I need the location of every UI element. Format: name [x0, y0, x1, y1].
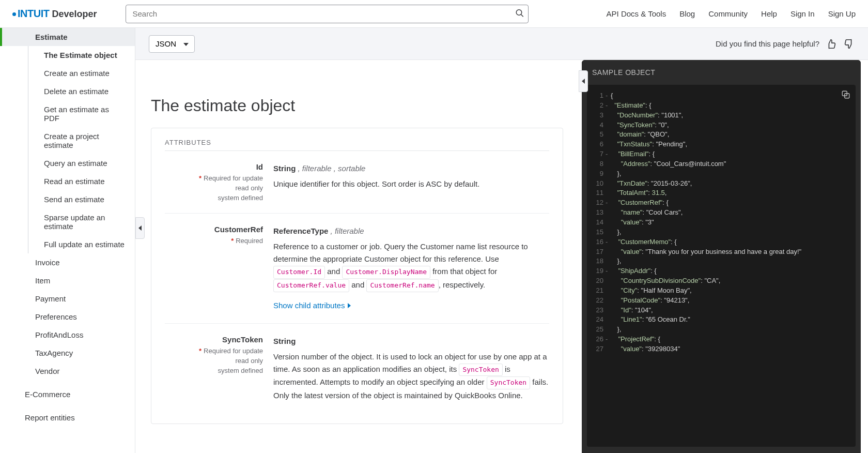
code-line: 20 "CountrySubDivisionCode": "CA", — [594, 276, 848, 286]
required-star-icon: * — [199, 347, 202, 355]
thumbs-down-icon[interactable] — [843, 38, 855, 50]
attr-required: Required — [236, 237, 263, 245]
show-child-attributes[interactable]: Show child attributes — [273, 299, 351, 312]
code-body[interactable]: 1- {2- "Estimate": {3 "DocNumber": "1001… — [587, 85, 856, 447]
svg-line-1 — [521, 14, 524, 17]
sidebar-group-ecommerce[interactable]: E-Commerce — [0, 385, 135, 403]
code-line: 3 "DocNumber": "1001", — [594, 111, 848, 120]
code-line: 9 }, — [594, 169, 848, 179]
chevron-left-icon — [138, 225, 142, 231]
sidebar-item-read-estimate[interactable]: Read an estimate — [28, 172, 135, 190]
sidebar-item-query-estimate[interactable]: Query an estimate — [28, 154, 135, 172]
sidebar-item-vendor[interactable]: Vendor — [0, 362, 135, 380]
sidebar-item-invoice[interactable]: Invoice — [0, 253, 135, 271]
attr-meta: system defined — [165, 367, 263, 374]
attr-type: String — [273, 337, 296, 345]
chevron-right-icon — [348, 303, 351, 308]
attr-row-synctoken: SyncToken *Required for update read only… — [165, 324, 549, 414]
logo-product: Developer — [52, 9, 97, 20]
attr-meta: read only — [165, 357, 263, 365]
nav-help[interactable]: Help — [761, 9, 777, 18]
sidebar: Estimate The Estimate object Create an e… — [0, 28, 135, 453]
sidebar-item-the-estimate-object[interactable]: The Estimate object — [28, 46, 135, 64]
sidebar-item-item[interactable]: Item — [0, 271, 135, 290]
attr-name: CustomerRef — [165, 225, 263, 234]
chevron-left-icon — [582, 79, 585, 84]
sidebar-item-delete-estimate[interactable]: Delete an estimate — [28, 82, 135, 100]
logo[interactable]: INTUIT Developer — [12, 8, 97, 20]
code-line: 21 "City": "Half Moon Bay", — [594, 286, 848, 296]
attr-type-mods: , filterable — [331, 226, 364, 235]
nav-blog[interactable]: Blog — [679, 9, 695, 18]
attr-required: Required for update — [204, 174, 263, 182]
code-line: 19- "ShipAddr": { — [594, 266, 848, 276]
page-title: The estimate object — [151, 96, 563, 115]
logo-brand: INTUIT — [18, 8, 49, 19]
sidebar-item-get-estimate-pdf[interactable]: Get an estimate as PDF — [28, 100, 135, 127]
code-line: 11 "TotalAmt": 31.5, — [594, 188, 848, 198]
sidebar-item-profitandloss[interactable]: ProfitAndLoss — [0, 326, 135, 344]
code-panel: SAMPLE OBJECT 1- {2- "Estimate": {3 "Doc… — [579, 60, 868, 453]
code-line: 13 "name": "Cool Cars", — [594, 208, 848, 218]
main: JSON Did you find this page helpful? The… — [135, 28, 868, 453]
collapse-sidebar-button[interactable] — [135, 217, 145, 239]
attr-name: Id — [165, 162, 263, 171]
sidebar-item-estimate[interactable]: Estimate — [0, 28, 135, 46]
code-line: 15 }, — [594, 228, 848, 237]
attr-type: String — [273, 164, 296, 173]
attr-type: ReferenceType — [273, 226, 328, 235]
nav-signin[interactable]: Sign In — [791, 9, 815, 18]
attr-type-mods: , filterable , sortable — [298, 164, 366, 173]
code-line: 18 }, — [594, 256, 848, 266]
sidebar-item-full-update-estimate[interactable]: Full update an estimate — [28, 235, 135, 253]
code-line: 24 "Line1": "65 Ocean Dr." — [594, 315, 848, 325]
sidebar-group-report-entities[interactable]: Report entities — [0, 409, 135, 427]
helpful-text: Did you find this page helpful? — [716, 39, 819, 48]
attributes-header: ATTRIBUTES — [165, 139, 549, 151]
sidebar-item-create-estimate[interactable]: Create an estimate — [28, 64, 135, 82]
sample-object-title: SAMPLE OBJECT — [582, 60, 861, 85]
nav-community[interactable]: Community — [708, 9, 748, 18]
attr-meta: read only — [165, 184, 263, 192]
search-input[interactable] — [126, 5, 529, 23]
attr-row-id: Id *Required for update read only system… — [165, 151, 549, 214]
code-pill: CustomerRef.value — [273, 279, 349, 292]
code-line: 5 "domain": "QBO", — [594, 130, 848, 140]
nav-signup[interactable]: Sign Up — [828, 9, 856, 18]
code-line: 2- "Estimate": { — [594, 101, 848, 111]
sidebar-item-payment[interactable]: Payment — [0, 290, 135, 308]
topnav: API Docs & Tools Blog Community Help Sig… — [607, 9, 856, 18]
code-line: 23 "Id": "104", — [594, 306, 848, 315]
svg-point-0 — [517, 9, 522, 15]
attr-row-customerref: CustomerRef *Required ReferenceType , fi… — [165, 214, 549, 324]
code-pill: CustomerRef.name — [366, 279, 438, 292]
code-line: 7- "BillEmail": { — [594, 149, 848, 159]
attr-description: Version number of the object. It is used… — [273, 351, 549, 402]
code-line: 14 "value": "3" — [594, 218, 848, 228]
sidebar-item-create-project-estimate[interactable]: Create a project estimate — [28, 127, 135, 154]
attr-description: Reference to a customer or job. Query th… — [273, 240, 549, 292]
code-pill: SyncToken — [459, 364, 502, 376]
attr-name: SyncToken — [165, 335, 263, 344]
code-pill: Customer.Id — [273, 266, 325, 279]
code-pill: SyncToken — [487, 376, 530, 389]
sidebar-item-taxagency[interactable]: TaxAgency — [0, 344, 135, 362]
format-select[interactable]: JSON — [149, 35, 195, 53]
thumbs-up-icon[interactable] — [826, 38, 837, 50]
sidebar-item-sparse-update-estimate[interactable]: Sparse update an estimate — [28, 208, 135, 235]
sidebar-item-preferences[interactable]: Preferences — [0, 308, 135, 326]
code-line: 1- { — [594, 91, 848, 101]
search-wrap — [126, 5, 529, 23]
copy-icon[interactable] — [841, 90, 850, 102]
topbar: INTUIT Developer API Docs & Tools Blog C… — [0, 0, 868, 28]
code-line: 26- "ProjectRef": { — [594, 335, 848, 344]
code-line: 22 "PostalCode": "94213", — [594, 296, 848, 306]
nav-api-docs[interactable]: API Docs & Tools — [607, 9, 667, 18]
code-line: 27 "value": "39298034" — [594, 344, 848, 354]
code-line: 16- "CustomerMemo": { — [594, 237, 848, 247]
code-pill: Customer.DisplayName — [342, 266, 430, 279]
code-line: 17 "value": "Thank you for your business… — [594, 247, 848, 257]
collapse-code-button[interactable] — [579, 70, 588, 92]
sidebar-item-send-estimate[interactable]: Send an estimate — [28, 190, 135, 208]
search-icon[interactable] — [515, 8, 524, 19]
